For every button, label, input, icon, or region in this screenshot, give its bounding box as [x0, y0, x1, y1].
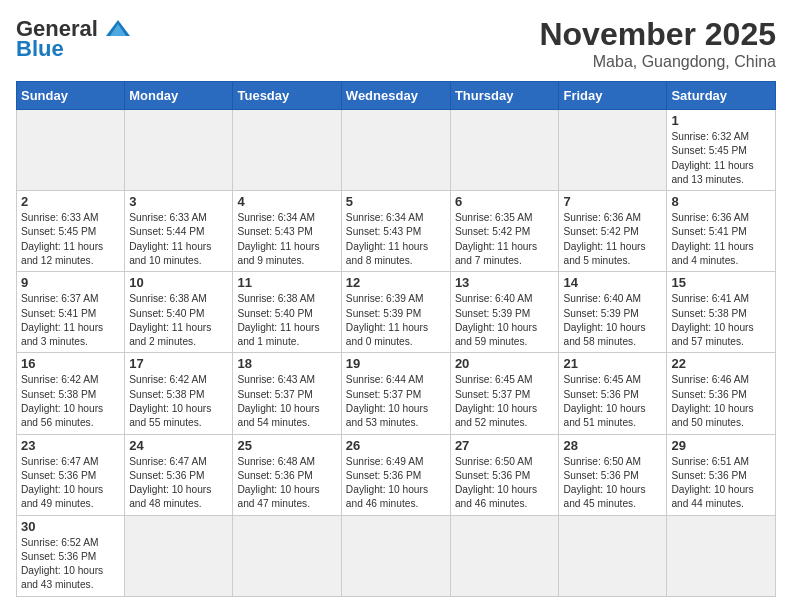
calendar-day-cell: 12Sunrise: 6:39 AMSunset: 5:39 PMDayligh…	[341, 272, 450, 353]
calendar-day-cell	[450, 110, 559, 191]
calendar-day-cell: 28Sunrise: 6:50 AMSunset: 5:36 PMDayligh…	[559, 434, 667, 515]
calendar-day-cell: 15Sunrise: 6:41 AMSunset: 5:38 PMDayligh…	[667, 272, 776, 353]
calendar-day-cell: 10Sunrise: 6:38 AMSunset: 5:40 PMDayligh…	[125, 272, 233, 353]
calendar-day-cell	[341, 110, 450, 191]
calendar-day-cell: 16Sunrise: 6:42 AMSunset: 5:38 PMDayligh…	[17, 353, 125, 434]
logo-blue-text: Blue	[16, 36, 64, 62]
weekday-header-saturday: Saturday	[667, 82, 776, 110]
calendar-day-cell	[17, 110, 125, 191]
day-info: Sunrise: 6:39 AMSunset: 5:39 PMDaylight:…	[346, 292, 446, 349]
location-subtitle: Maba, Guangdong, China	[539, 53, 776, 71]
calendar-day-cell: 1Sunrise: 6:32 AMSunset: 5:45 PMDaylight…	[667, 110, 776, 191]
day-info: Sunrise: 6:48 AMSunset: 5:36 PMDaylight:…	[237, 455, 336, 512]
calendar-day-cell: 29Sunrise: 6:51 AMSunset: 5:36 PMDayligh…	[667, 434, 776, 515]
day-number: 7	[563, 194, 662, 209]
day-info: Sunrise: 6:50 AMSunset: 5:36 PMDaylight:…	[455, 455, 555, 512]
day-number: 20	[455, 356, 555, 371]
calendar-day-cell	[450, 515, 559, 596]
day-number: 8	[671, 194, 771, 209]
calendar-day-cell: 30Sunrise: 6:52 AMSunset: 5:36 PMDayligh…	[17, 515, 125, 596]
calendar-week-6: 30Sunrise: 6:52 AMSunset: 5:36 PMDayligh…	[17, 515, 776, 596]
day-info: Sunrise: 6:37 AMSunset: 5:41 PMDaylight:…	[21, 292, 120, 349]
weekday-header-row: SundayMondayTuesdayWednesdayThursdayFrid…	[17, 82, 776, 110]
day-number: 22	[671, 356, 771, 371]
day-number: 27	[455, 438, 555, 453]
day-info: Sunrise: 6:40 AMSunset: 5:39 PMDaylight:…	[563, 292, 662, 349]
calendar-week-2: 2Sunrise: 6:33 AMSunset: 5:45 PMDaylight…	[17, 191, 776, 272]
calendar-day-cell: 7Sunrise: 6:36 AMSunset: 5:42 PMDaylight…	[559, 191, 667, 272]
day-info: Sunrise: 6:49 AMSunset: 5:36 PMDaylight:…	[346, 455, 446, 512]
calendar-week-5: 23Sunrise: 6:47 AMSunset: 5:36 PMDayligh…	[17, 434, 776, 515]
day-number: 23	[21, 438, 120, 453]
day-number: 25	[237, 438, 336, 453]
calendar-day-cell	[233, 515, 341, 596]
calendar-day-cell: 6Sunrise: 6:35 AMSunset: 5:42 PMDaylight…	[450, 191, 559, 272]
calendar-day-cell: 21Sunrise: 6:45 AMSunset: 5:36 PMDayligh…	[559, 353, 667, 434]
calendar-table: SundayMondayTuesdayWednesdayThursdayFrid…	[16, 81, 776, 597]
day-number: 1	[671, 113, 771, 128]
day-info: Sunrise: 6:34 AMSunset: 5:43 PMDaylight:…	[346, 211, 446, 268]
calendar-day-cell	[125, 515, 233, 596]
calendar-day-cell: 11Sunrise: 6:38 AMSunset: 5:40 PMDayligh…	[233, 272, 341, 353]
calendar-day-cell	[341, 515, 450, 596]
calendar-day-cell	[559, 515, 667, 596]
day-number: 3	[129, 194, 228, 209]
day-info: Sunrise: 6:45 AMSunset: 5:36 PMDaylight:…	[563, 373, 662, 430]
day-info: Sunrise: 6:44 AMSunset: 5:37 PMDaylight:…	[346, 373, 446, 430]
day-info: Sunrise: 6:34 AMSunset: 5:43 PMDaylight:…	[237, 211, 336, 268]
day-info: Sunrise: 6:38 AMSunset: 5:40 PMDaylight:…	[129, 292, 228, 349]
weekday-header-sunday: Sunday	[17, 82, 125, 110]
day-info: Sunrise: 6:33 AMSunset: 5:44 PMDaylight:…	[129, 211, 228, 268]
day-number: 13	[455, 275, 555, 290]
day-info: Sunrise: 6:47 AMSunset: 5:36 PMDaylight:…	[129, 455, 228, 512]
calendar-day-cell	[559, 110, 667, 191]
calendar-day-cell: 19Sunrise: 6:44 AMSunset: 5:37 PMDayligh…	[341, 353, 450, 434]
calendar-day-cell: 25Sunrise: 6:48 AMSunset: 5:36 PMDayligh…	[233, 434, 341, 515]
calendar-day-cell: 20Sunrise: 6:45 AMSunset: 5:37 PMDayligh…	[450, 353, 559, 434]
day-info: Sunrise: 6:45 AMSunset: 5:37 PMDaylight:…	[455, 373, 555, 430]
calendar-day-cell	[233, 110, 341, 191]
day-number: 14	[563, 275, 662, 290]
calendar-day-cell: 27Sunrise: 6:50 AMSunset: 5:36 PMDayligh…	[450, 434, 559, 515]
logo-icon	[104, 18, 132, 40]
day-info: Sunrise: 6:42 AMSunset: 5:38 PMDaylight:…	[21, 373, 120, 430]
calendar-day-cell: 23Sunrise: 6:47 AMSunset: 5:36 PMDayligh…	[17, 434, 125, 515]
day-number: 11	[237, 275, 336, 290]
day-number: 21	[563, 356, 662, 371]
day-number: 30	[21, 519, 120, 534]
day-info: Sunrise: 6:46 AMSunset: 5:36 PMDaylight:…	[671, 373, 771, 430]
day-info: Sunrise: 6:47 AMSunset: 5:36 PMDaylight:…	[21, 455, 120, 512]
day-info: Sunrise: 6:51 AMSunset: 5:36 PMDaylight:…	[671, 455, 771, 512]
day-number: 6	[455, 194, 555, 209]
day-number: 4	[237, 194, 336, 209]
day-number: 19	[346, 356, 446, 371]
day-info: Sunrise: 6:32 AMSunset: 5:45 PMDaylight:…	[671, 130, 771, 187]
day-info: Sunrise: 6:50 AMSunset: 5:36 PMDaylight:…	[563, 455, 662, 512]
day-number: 18	[237, 356, 336, 371]
logo: General Blue	[16, 16, 132, 62]
weekday-header-friday: Friday	[559, 82, 667, 110]
calendar-day-cell: 22Sunrise: 6:46 AMSunset: 5:36 PMDayligh…	[667, 353, 776, 434]
day-number: 24	[129, 438, 228, 453]
calendar-day-cell: 14Sunrise: 6:40 AMSunset: 5:39 PMDayligh…	[559, 272, 667, 353]
day-info: Sunrise: 6:40 AMSunset: 5:39 PMDaylight:…	[455, 292, 555, 349]
day-number: 16	[21, 356, 120, 371]
day-number: 28	[563, 438, 662, 453]
calendar-day-cell	[667, 515, 776, 596]
day-info: Sunrise: 6:41 AMSunset: 5:38 PMDaylight:…	[671, 292, 771, 349]
day-info: Sunrise: 6:42 AMSunset: 5:38 PMDaylight:…	[129, 373, 228, 430]
day-number: 2	[21, 194, 120, 209]
page-header: General Blue November 2025 Maba, Guangdo…	[16, 16, 776, 71]
weekday-header-tuesday: Tuesday	[233, 82, 341, 110]
day-number: 26	[346, 438, 446, 453]
day-info: Sunrise: 6:38 AMSunset: 5:40 PMDaylight:…	[237, 292, 336, 349]
day-number: 5	[346, 194, 446, 209]
day-number: 12	[346, 275, 446, 290]
day-info: Sunrise: 6:35 AMSunset: 5:42 PMDaylight:…	[455, 211, 555, 268]
calendar-day-cell: 9Sunrise: 6:37 AMSunset: 5:41 PMDaylight…	[17, 272, 125, 353]
calendar-day-cell: 4Sunrise: 6:34 AMSunset: 5:43 PMDaylight…	[233, 191, 341, 272]
title-block: November 2025 Maba, Guangdong, China	[539, 16, 776, 71]
day-info: Sunrise: 6:36 AMSunset: 5:42 PMDaylight:…	[563, 211, 662, 268]
weekday-header-monday: Monday	[125, 82, 233, 110]
calendar-week-1: 1Sunrise: 6:32 AMSunset: 5:45 PMDaylight…	[17, 110, 776, 191]
